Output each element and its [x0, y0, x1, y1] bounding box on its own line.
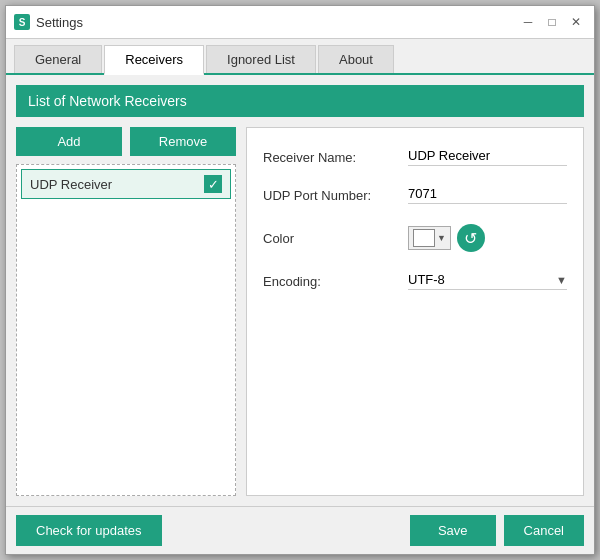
color-row: Color ▼ ↺ [263, 224, 567, 252]
encoding-label: Encoding: [263, 274, 408, 289]
main-area: Add Remove UDP Receiver ✓ Receiver Name [16, 127, 584, 496]
section-header: List of Network Receivers [16, 85, 584, 117]
tab-content: List of Network Receivers Add Remove UDP… [6, 75, 594, 506]
udp-port-label: UDP Port Number: [263, 188, 408, 203]
check-updates-button[interactable]: Check for updates [16, 515, 162, 546]
receiver-name: UDP Receiver [30, 177, 112, 192]
color-dropdown-arrow: ▼ [437, 233, 446, 243]
close-button[interactable]: ✕ [566, 12, 586, 32]
tab-ignored-list[interactable]: Ignored List [206, 45, 316, 73]
add-button[interactable]: Add [16, 127, 122, 156]
tab-general[interactable]: General [14, 45, 102, 73]
encoding-dropdown-arrow: ▼ [556, 274, 567, 286]
receiver-name-value: UDP Receiver [408, 148, 567, 166]
list-item[interactable]: UDP Receiver ✓ [21, 169, 231, 199]
receiver-name-row: Receiver Name: UDP Receiver [263, 148, 567, 166]
footer: Check for updates Save Cancel [6, 506, 594, 554]
udp-port-row: UDP Port Number: 7071 [263, 186, 567, 204]
remove-button[interactable]: Remove [130, 127, 236, 156]
color-swatch [413, 229, 435, 247]
udp-port-value: 7071 [408, 186, 567, 204]
color-picker-button[interactable]: ▼ [408, 226, 451, 250]
save-button[interactable]: Save [410, 515, 496, 546]
receiver-name-label: Receiver Name: [263, 150, 408, 165]
window-controls: ─ □ ✕ [518, 12, 586, 32]
encoding-value: UTF-8 [408, 272, 445, 287]
right-panel: Receiver Name: UDP Receiver UDP Port Num… [246, 127, 584, 496]
left-panel: Add Remove UDP Receiver ✓ [16, 127, 236, 496]
checked-icon: ✓ [204, 175, 222, 193]
minimize-button[interactable]: ─ [518, 12, 538, 32]
app-icon: S [14, 14, 30, 30]
reset-color-button[interactable]: ↺ [457, 224, 485, 252]
settings-window: S Settings ─ □ ✕ General Receivers Ignor… [5, 5, 595, 555]
cancel-button[interactable]: Cancel [504, 515, 584, 546]
encoding-row: Encoding: UTF-8 ▼ [263, 272, 567, 290]
color-control: ▼ ↺ [408, 224, 485, 252]
maximize-button[interactable]: □ [542, 12, 562, 32]
window-title: Settings [36, 15, 518, 30]
color-label: Color [263, 231, 408, 246]
action-buttons: Add Remove [16, 127, 236, 156]
tab-about[interactable]: About [318, 45, 394, 73]
receiver-list: UDP Receiver ✓ [16, 164, 236, 496]
tab-receivers[interactable]: Receivers [104, 45, 204, 75]
title-bar: S Settings ─ □ ✕ [6, 6, 594, 39]
tab-bar: General Receivers Ignored List About [6, 39, 594, 75]
encoding-select[interactable]: UTF-8 ▼ [408, 272, 567, 290]
